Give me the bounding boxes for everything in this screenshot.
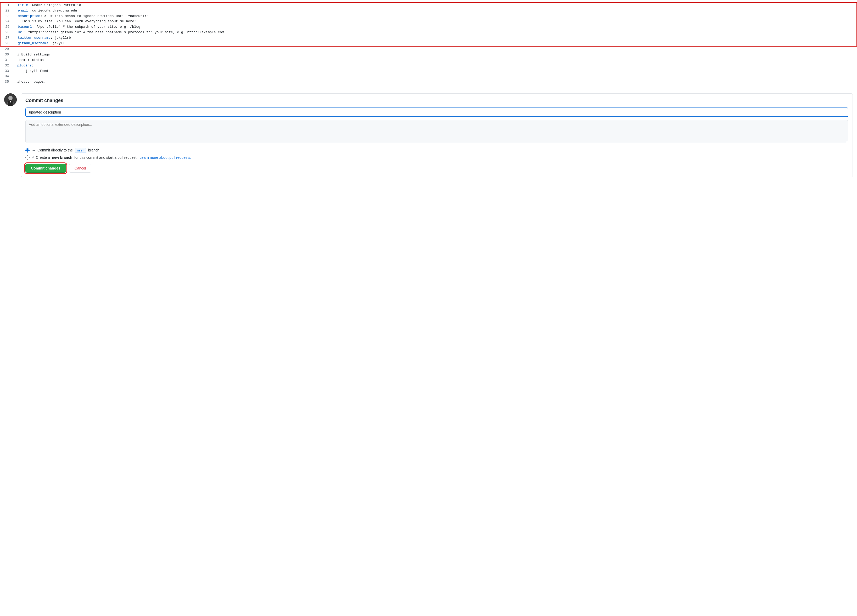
- commit-message-input[interactable]: [25, 108, 848, 117]
- line-content: email: cgriego@andrew.cmu.edu: [14, 8, 857, 14]
- page-container: 21title: Chasz Griego's Portfolio22email…: [0, 0, 857, 183]
- code-line: 32plugins:: [0, 63, 857, 68]
- line-number: 27: [0, 35, 14, 41]
- line-content: [13, 74, 857, 79]
- line-number: 30: [0, 52, 13, 57]
- line-number: 28: [0, 41, 14, 46]
- code-table: 21title: Chasz Griego's Portfolio22email…: [0, 2, 857, 85]
- commit-changes-button[interactable]: Commit changes: [25, 164, 66, 173]
- commit-form: Commit changes ⊶ Commit directly to the …: [21, 93, 853, 177]
- line-number: 26: [0, 30, 14, 35]
- code-section: 21title: Chasz Griego's Portfolio22email…: [0, 0, 857, 87]
- commit-section-title: Commit changes: [25, 98, 848, 103]
- code-line: 31theme: minima: [0, 57, 857, 63]
- learn-more-link[interactable]: Learn more about pull requests.: [139, 155, 191, 159]
- line-content: twitter_username: jekyllrb: [14, 35, 857, 41]
- radio-direct-label: Commit directly to the main branch.: [37, 148, 101, 153]
- code-line: 35#header_pages:: [0, 79, 857, 85]
- line-content: github_username jekyll: [14, 41, 857, 46]
- commit-section: Commit changes ⊶ Commit directly to the …: [0, 87, 857, 183]
- code-line: 22email: cgriego@andrew.cmu.edu: [0, 8, 857, 14]
- radio-newbranch-option[interactable]: ⑂ Create a new branch for this commit an…: [25, 155, 848, 159]
- line-number: 22: [0, 8, 14, 14]
- line-content: url: "https://chaszg.github.io" # the ba…: [14, 30, 857, 35]
- button-row: Commit changes Cancel: [25, 164, 848, 173]
- line-content: # Build settings: [13, 52, 857, 57]
- code-line: 30# Build settings: [0, 52, 857, 57]
- line-number: 31: [0, 57, 13, 63]
- line-number: 32: [0, 63, 13, 68]
- code-line: 28github_username jekyll: [0, 41, 857, 47]
- svg-point-1: [8, 96, 12, 100]
- commit-icon-direct: ⊶: [32, 148, 35, 153]
- line-number: 21: [0, 3, 14, 8]
- code-line: 29: [0, 46, 857, 52]
- line-content: theme: minima: [13, 57, 857, 63]
- branch-tag: main: [75, 148, 86, 153]
- line-content: title: Chasz Griego's Portfolio: [14, 3, 857, 8]
- line-content: description: >- # this means to ignore n…: [14, 14, 857, 19]
- radio-direct[interactable]: [25, 148, 29, 153]
- code-line: 24 This is my site. You can learn everyt…: [0, 19, 857, 24]
- line-number: 33: [0, 68, 13, 74]
- code-line: 33 - jekyll-feed: [0, 68, 857, 74]
- line-number: 23: [0, 14, 14, 19]
- line-content: - jekyll-feed: [13, 68, 857, 74]
- line-number: 24: [0, 19, 14, 24]
- branch-icon: ⑂: [32, 155, 34, 159]
- line-content: #header_pages:: [13, 79, 857, 85]
- radio-newbranch[interactable]: [25, 155, 29, 159]
- code-line: 27twitter_username: jekyllrb: [0, 35, 857, 41]
- cancel-button[interactable]: Cancel: [69, 164, 91, 173]
- code-line: 26url: "https://chaszg.github.io" # the …: [0, 30, 857, 35]
- code-line: 21title: Chasz Griego's Portfolio: [0, 2, 857, 8]
- code-line: 34: [0, 74, 857, 79]
- line-content: baseurl: "/portfolio" # the subpath of y…: [14, 24, 857, 30]
- line-content: plugins:: [13, 63, 857, 68]
- line-number: 34: [0, 74, 13, 79]
- line-number: 29: [0, 46, 13, 52]
- line-number: 35: [0, 79, 13, 85]
- radio-newbranch-label: Create a new branch for this commit and …: [36, 155, 191, 159]
- radio-options: ⊶ Commit directly to the main branch. ⑂ …: [25, 148, 848, 159]
- avatar: [4, 93, 17, 106]
- line-content: [13, 46, 857, 52]
- radio-direct-option[interactable]: ⊶ Commit directly to the main branch.: [25, 148, 848, 153]
- line-content: This is my site. You can learn everythin…: [14, 19, 857, 24]
- code-line: 23description: >- # this means to ignore…: [0, 14, 857, 19]
- line-number: 25: [0, 24, 14, 30]
- commit-description-textarea[interactable]: [25, 120, 848, 143]
- code-line: 25baseurl: "/portfolio" # the subpath of…: [0, 24, 857, 30]
